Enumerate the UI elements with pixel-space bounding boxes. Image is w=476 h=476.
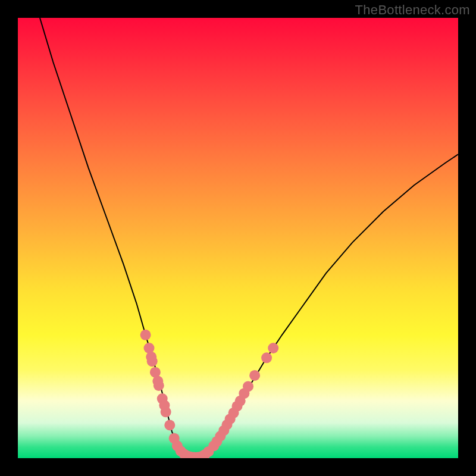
data-marker [249, 370, 260, 381]
data-marker [164, 420, 175, 431]
plot-area [18, 18, 458, 458]
data-marker [147, 356, 158, 367]
data-marker [268, 343, 278, 353]
data-marker [261, 352, 272, 363]
data-marker [140, 330, 151, 340]
data-marker [243, 381, 253, 392]
marker-group [140, 330, 279, 458]
data-marker [161, 406, 171, 417]
watermark-text: TheBottleneck.com [355, 2, 470, 18]
curve-svg [18, 18, 458, 458]
chart-frame: TheBottleneck.com [0, 0, 476, 476]
data-marker [154, 380, 164, 391]
